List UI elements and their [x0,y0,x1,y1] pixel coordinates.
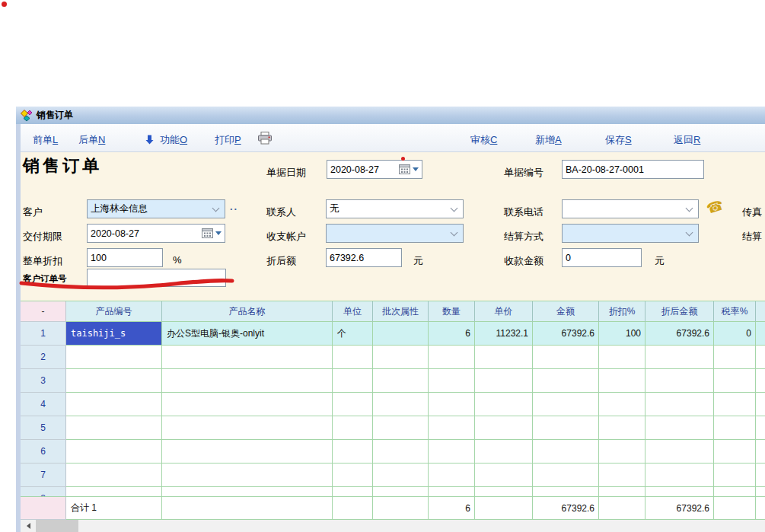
grid-cell-r3-price[interactable] [475,369,533,393]
grid-cell-r5-batch[interactable] [373,416,429,440]
grid-cell-r7-batch[interactable] [373,464,429,487]
grid-cell-r7-unit[interactable] [333,464,373,487]
grid-cell-r2-qty[interactable] [429,346,475,369]
grid-cell-r5-qty[interactable] [429,416,475,440]
grid-header-tax[interactable]: 税率% [714,301,756,322]
grid-cell-r3-extra[interactable] [756,369,765,393]
grid-cell-r4-amount[interactable] [533,393,599,416]
printer-icon[interactable] [257,132,273,145]
grid-cell-r6-tax[interactable] [714,440,756,464]
grid-cell-r4-batch[interactable] [373,393,429,416]
grid-cell-r3-batch[interactable] [373,369,429,393]
grid-cell-r6-discounted[interactable] [645,440,714,464]
grid-cell-r2-unit[interactable] [333,346,373,369]
grid-cell-r4-no[interactable]: 4 [21,393,66,416]
grid-cell-r7-discount[interactable] [599,464,645,487]
grid-header-no[interactable]: - [21,301,66,322]
grid-cell-r2-no[interactable]: 2 [21,346,66,369]
grid-cell-r5-extra[interactable] [756,416,765,440]
menu-print[interactable]: 打印P [215,133,241,147]
grid-cell-r2-code[interactable] [66,346,162,369]
grid-cell-r8-amount[interactable] [533,487,599,496]
grid-cell-r2-discounted[interactable] [645,346,714,369]
grid-cell-r1-amount[interactable]: 67392.6 [533,322,599,346]
grid-cell-r6-extra[interactable] [756,440,765,464]
grid-header-extra[interactable] [756,301,765,322]
grid-cell-r4-code[interactable] [66,393,162,416]
grid-cell-r2-name[interactable] [162,346,333,369]
grid-cell-r3-qty[interactable] [429,369,475,393]
grid-cell-r3-tax[interactable] [714,369,756,393]
grid-cell-r7-no[interactable]: 7 [21,464,66,487]
grid-header-code[interactable]: 产品编号 [66,301,162,322]
grid-cell-r5-name[interactable] [162,416,333,440]
grid-cell-r7-discounted[interactable] [645,464,714,487]
discount-input[interactable] [87,248,163,267]
grid-header-discounted[interactable]: 折后金额 [645,301,714,322]
grid-cell-r1-unit[interactable]: 个 [333,322,373,346]
settlement-select[interactable] [562,224,699,243]
grid-cell-r1-price[interactable]: 11232.1 [475,322,533,346]
grid-cell-r6-price[interactable] [475,440,533,464]
grid-cell-r1-tax[interactable]: 0 [714,322,756,346]
phone-select[interactable] [562,199,699,218]
grid-cell-r8-discount[interactable] [599,487,645,496]
grid-cell-r5-discounted[interactable] [645,416,714,440]
menu-new[interactable]: 新增A [535,133,562,147]
grid-cell-r3-name[interactable] [162,369,333,393]
grid-cell-r3-amount[interactable] [533,369,599,393]
grid-cell-r6-unit[interactable] [333,440,373,464]
grid-cell-r5-tax[interactable] [714,416,756,440]
grid-cell-r1-code[interactable]: taishiji_s [66,322,162,346]
grid-header-amount[interactable]: 金额 [533,301,599,322]
menu-prev-order[interactable]: 前单L [33,133,58,147]
doc-date-picker[interactable]: 2020-08-27 [327,160,422,179]
grid-header-price[interactable]: 单价 [475,301,533,322]
menu-functions[interactable]: 功能O [160,133,187,147]
grid-cell-r8-batch[interactable] [373,487,429,496]
grid-cell-r1-qty[interactable]: 6 [429,322,475,346]
grid-header-discount[interactable]: 折扣% [599,301,645,322]
grid-header-qty[interactable]: 数量 [429,301,475,322]
grid-cell-r2-amount[interactable] [533,346,599,369]
customer-more-button[interactable]: .. [230,201,238,212]
discounted-amount-input[interactable] [326,248,402,267]
grid-cell-r8-price[interactable] [475,487,533,496]
grid-cell-r2-batch[interactable] [373,346,429,369]
grid-cell-r4-qty[interactable] [429,393,475,416]
grid-cell-r8-qty[interactable] [429,487,475,496]
grid-cell-r7-name[interactable] [162,464,333,487]
grid-cell-r3-no[interactable]: 3 [21,369,66,393]
grid-cell-r6-no[interactable]: 6 [21,440,66,464]
grid-cell-r3-discount[interactable] [599,369,645,393]
menu-return[interactable]: 返回R [674,133,700,147]
account-select[interactable] [326,224,464,243]
grid-cell-r4-extra[interactable] [756,393,765,416]
grid-cell-r3-unit[interactable] [333,369,373,393]
grid-cell-r1-extra[interactable] [756,322,765,346]
grid-cell-r2-price[interactable] [475,346,533,369]
grid-cell-r5-discount[interactable] [599,416,645,440]
grid-cell-r4-tax[interactable] [714,393,756,416]
grid-cell-r5-price[interactable] [475,416,533,440]
scroll-left-button[interactable] [21,520,36,532]
grid-cell-r5-code[interactable] [66,416,162,440]
customer-select[interactable]: 上海林伞信息 [87,199,225,218]
contact-select[interactable]: 无 [326,199,464,218]
grid-header-batch[interactable]: 批次属性 [373,301,429,322]
grid-cell-r5-amount[interactable] [533,416,599,440]
grid-cell-r4-discount[interactable] [599,393,645,416]
grid-cell-r3-discounted[interactable] [645,369,714,393]
grid-cell-r5-no[interactable]: 5 [21,416,66,440]
grid-cell-r1-discount[interactable]: 100 [599,322,645,346]
grid-cell-r8-tax[interactable] [714,487,756,496]
grid-header-name[interactable]: 产品名称 [162,301,333,322]
grid-cell-r7-code[interactable] [66,464,162,487]
grid-cell-r7-amount[interactable] [533,464,599,487]
grid-cell-r6-code[interactable] [66,440,162,464]
grid-cell-r3-code[interactable] [66,369,162,393]
menu-audit[interactable]: 审核C [470,133,497,147]
grid-cell-r8-name[interactable] [162,487,333,496]
grid-cell-r7-tax[interactable] [714,464,756,487]
grid-cell-r7-qty[interactable] [429,464,475,487]
